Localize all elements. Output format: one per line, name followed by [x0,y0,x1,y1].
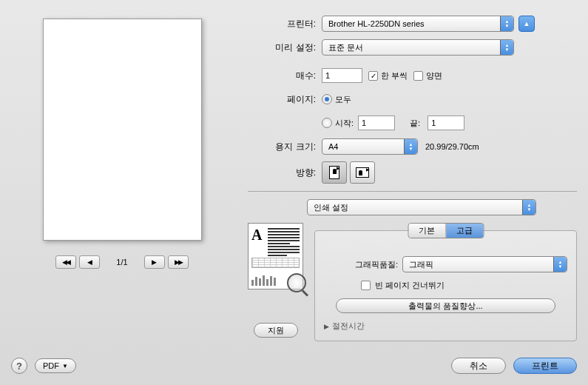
pages-to-label: 끝: [410,118,420,129]
dialog-footer: ? PDF ▼ 취소 프린트 [11,358,577,374]
print-dialog: ◀◀ ◀ 1/1 ▶ ▶▶ 프린터: Brother HL-2250DN ser… [0,0,588,385]
dropdown-arrows-icon: ▲▼ [500,40,513,55]
orientation-portrait-button[interactable] [322,161,347,184]
dropdown-arrows-icon: ▲▼ [500,16,513,31]
magnifier-icon [287,273,306,292]
preview-pane: ◀◀ ◀ 1/1 ▶ ▶▶ [11,15,233,341]
skip-blank-label: 빈 페이지 건너뛰기 [375,280,445,291]
help-button[interactable]: ? [11,358,27,374]
preset-label: 미리 설정: [248,41,322,54]
printer-select[interactable]: Brother HL-2250DN series ▲▼ [322,16,514,32]
printer-value: Brother HL-2250DN series [328,19,425,28]
orientation-landscape-button[interactable] [350,161,375,184]
preset-select[interactable]: 표준 문서 ▲▼ [322,39,514,56]
preview-page [43,19,202,241]
orientation-label: 방향: [248,167,322,179]
output-quality-button[interactable]: 출력물의 품질향상... [336,298,555,313]
copies-label: 매수: [248,70,322,82]
landscape-icon [356,167,369,178]
print-button[interactable]: 프린트 [513,358,577,374]
duplex-label: 양면 [426,70,442,81]
sleep-time-disclosure[interactable]: ▶ 절전시간 [324,321,567,332]
collapse-button[interactable]: ▲ [518,16,535,32]
paper-size-label: 용지 크기: [248,141,322,153]
portrait-icon [329,166,339,179]
preview-nav: ◀◀ ◀ 1/1 ▶ ▶▶ [55,255,188,269]
first-page-button[interactable]: ◀◀ [55,255,76,269]
pages-label: 페이지: [248,93,322,106]
pages-all-radio[interactable] [322,94,332,104]
tab-basic[interactable]: 기본 [408,224,446,238]
dropdown-arrows-icon: ▲▼ [522,200,535,215]
tab-advanced[interactable]: 고급 [446,224,483,238]
pages-to-input[interactable] [428,116,464,130]
dropdown-arrows-icon: ▲▼ [553,257,567,272]
pages-all-label: 모두 [335,94,351,105]
advanced-panel: 기본 고급 그래픽품질: 그래픽 ▲▼ [314,230,577,341]
skip-blank-checkbox[interactable] [361,281,371,290]
support-button[interactable]: 지원 [254,323,298,338]
paper-size-select[interactable]: A4 ▲▼ [322,138,418,155]
section-value: 인쇄 설정 [314,202,348,213]
pages-from-label: 시작: [335,118,354,129]
graphic-quality-select[interactable]: 그래픽 ▲▼ [402,256,567,272]
pdf-menu-button[interactable]: PDF ▼ [35,358,76,373]
dropdown-triangle-icon: ▼ [62,363,68,369]
paper-dimensions: 20.99/29.70cm [425,142,479,151]
copies-input[interactable] [322,68,362,83]
sleep-time-label: 절전시간 [332,321,365,332]
cancel-button[interactable]: 취소 [451,358,506,374]
pages-range-radio[interactable] [322,118,332,128]
preset-value: 표준 문서 [328,42,363,53]
graphic-quality-value: 그래픽 [409,259,433,270]
duplex-checkbox[interactable] [413,71,423,81]
graphic-quality-label: 그래픽품질: [324,259,398,270]
prev-page-button[interactable]: ◀ [79,255,100,269]
paper-size-value: A4 [328,142,338,151]
section-select[interactable]: 인쇄 설정 ▲▼ [307,199,536,215]
collate-label: 한 부씩 [381,70,408,81]
dropdown-arrows-icon: ▲▼ [404,139,417,154]
settings-pane: 프린터: Brother HL-2250DN series ▲▼ ▲ 미리 설정… [248,15,577,341]
page-counter: 1/1 [116,258,127,267]
printer-label: 프린터: [248,18,322,30]
document-preview-icon: A [248,223,303,289]
next-page-button[interactable]: ▶ [144,255,165,269]
collate-checkbox[interactable]: ✓ [368,71,378,81]
pages-from-input[interactable] [358,116,395,130]
disclosure-triangle-icon: ▶ [324,323,329,330]
last-page-button[interactable]: ▶▶ [168,255,189,269]
